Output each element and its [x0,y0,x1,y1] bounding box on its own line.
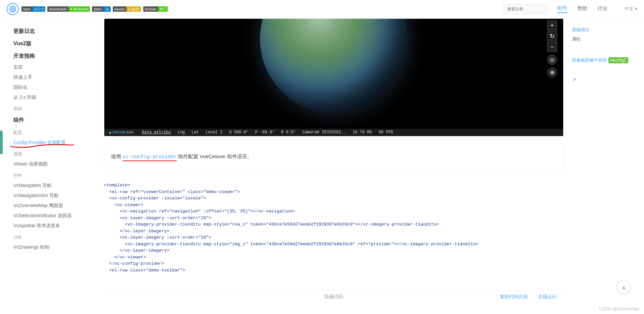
zoom-in-button[interactable]: + [547,20,557,30]
search-input[interactable] [503,4,547,14]
badge-issues[interactable]: issues2 open [113,6,141,12]
header-left: npmv3.2.0downloads4.8k/monthstars1kissue… [7,3,503,15]
code-block[interactable]: <template> <el-row ref="viewerContainer"… [104,177,564,290]
toc: 基础用法 属性 高速稳定梯子推荐 hbv1fIgZ ↗ [567,18,644,314]
sidebar-install[interactable]: 安装 [13,62,97,72]
watermark: CSDN @XXXershao [599,306,639,311]
lang-selector[interactable]: 中文 ▾ [624,6,637,12]
copy-code-button[interactable]: 复制代码片段 [500,294,528,300]
status-lng: Lng [177,130,185,135]
status-pitch: P -89.8° [255,130,275,135]
main-content: + ↻ − ◎ ⊕ ◉CESIUMion Data attribu Lng La… [101,18,567,314]
zoom-out-button[interactable]: − [547,42,557,52]
scroll-top-button[interactable]: ▲ [617,280,631,294]
nav-discuss[interactable]: 讨论 [597,5,607,13]
sidebar-config-header: 配置 [13,126,97,138]
nav-components[interactable]: 组件 [557,5,567,13]
status-roll: R 0.0° [281,130,296,135]
promo-text: 高速稳定梯子推荐 [572,57,607,63]
reset-button[interactable]: ↻ [547,31,557,41]
sidebar-view-header: 视图 [13,148,97,159]
badge-downloads[interactable]: downloads4.8k/month [47,6,90,12]
sidebar-basic-header: 基础 [13,103,97,114]
locate-button[interactable]: ⊕ [547,67,557,77]
sidebar-vcnavigationsm[interactable]: VcNavigationSm 导航 [13,191,97,201]
cesium-logo: ◉CESIUMion [107,130,135,135]
run-online-button[interactable]: 在线运行 [538,294,557,300]
viewer-card: + ↻ − ◎ ⊕ ◉CESIUMion Data attribu Lng La… [104,18,564,136]
sidebar-changelog[interactable]: 更新日志 [13,25,97,38]
sidebar-controls-header: 控件 [13,169,97,181]
sidebar-quickstart[interactable]: 快速上手 [13,72,97,82]
external-link-icon[interactable]: ↗ [572,77,639,83]
badge-stars[interactable]: stars1k [92,6,110,12]
promo-badge: hbv1fIgZ [608,57,628,63]
left-handle[interactable] [0,131,3,154]
sidebar: 更新日志 Vue2版 开发指南 安装 快速上手 国际化 从 2.x 升级 基础 … [0,18,101,314]
status-camera: CameraH 25335262.… [303,130,346,135]
hide-code-button[interactable]: 隐藏代码 [324,294,343,300]
code-footer: 隐藏代码 复制代码片段 在线运行 [104,290,564,303]
sidebar-vue2[interactable]: Vue2版 [13,38,97,50]
header-right: 组件 赞助 讨论 中文 ▾ [503,4,637,14]
nav-sponsor[interactable]: 赞助 [577,5,587,13]
status-ms: 16.70 MS [353,130,372,135]
status-lat: Lat [192,130,199,135]
toc-props[interactable]: 属性 [572,35,639,44]
sidebar-analysis-header: 分析 [13,231,97,242]
badge-npm[interactable]: npmv3.2.0 [21,6,45,12]
desc-code: vc-config-provider [122,154,177,161]
promo-link[interactable]: 高速稳定梯子推荐 hbv1fIgZ [572,57,639,63]
cesium-viewer[interactable]: + ↻ − ◎ ⊕ ◉CESIUMion Data attribu Lng La… [104,19,563,136]
badges: npmv3.2.0downloads4.8k/monthstars1kissue… [21,6,168,12]
sidebar-vcoverview[interactable]: VcOverviewMap 鹰眼图 [13,201,97,211]
sidebar-vcajaxbar[interactable]: VcAjaxBar 请求进度条 [13,221,97,231]
status-level: Level 2 [206,130,222,135]
data-attribution[interactable]: Data attribu [142,130,171,135]
sidebar-upgrade[interactable]: 从 2.x 升级 [13,92,97,103]
compass-button[interactable]: ◎ [547,55,557,65]
sidebar-viewer[interactable]: Viewer 场景视图 [13,159,97,169]
sidebar-i18n[interactable]: 国际化 [13,82,97,92]
sidebar-vcnavigation[interactable]: VcNavigation 导航 [13,181,97,191]
sidebar-vcdrawings[interactable]: VcDrawings 绘制 [13,242,97,252]
code-card: <template> <el-row ref="viewerContainer"… [104,177,564,303]
header: npmv3.2.0downloads4.8k/monthstars1kissue… [0,0,644,18]
desc-post: 组件配置 VueCesium 组件语言。 [178,153,252,159]
description-card: 使用 vc-config-provider 组件配置 VueCesium 组件语… [104,143,564,170]
badge-license[interactable]: licenseMIT [143,6,168,12]
toc-usage[interactable]: 基础用法 [572,25,639,35]
nav-controls: + ↻ − ◎ ⊕ [547,20,557,77]
status-fps: 60 FPS [379,130,393,135]
status-bar: ◉CESIUMion Data attribu Lng Lat Level 2 … [104,129,563,136]
sidebar-vcselection[interactable]: VcSelectionIndicator 选择器 [13,211,97,221]
sidebar-guide[interactable]: 开发指南 [13,50,97,62]
logo[interactable] [7,3,19,15]
status-heading: H 360.0° [229,130,249,135]
sidebar-components[interactable]: 组件 [13,114,97,126]
sidebar-config-provider[interactable]: Config Provider 全局配置 [13,138,66,148]
desc-pre: 使用 [111,153,122,159]
